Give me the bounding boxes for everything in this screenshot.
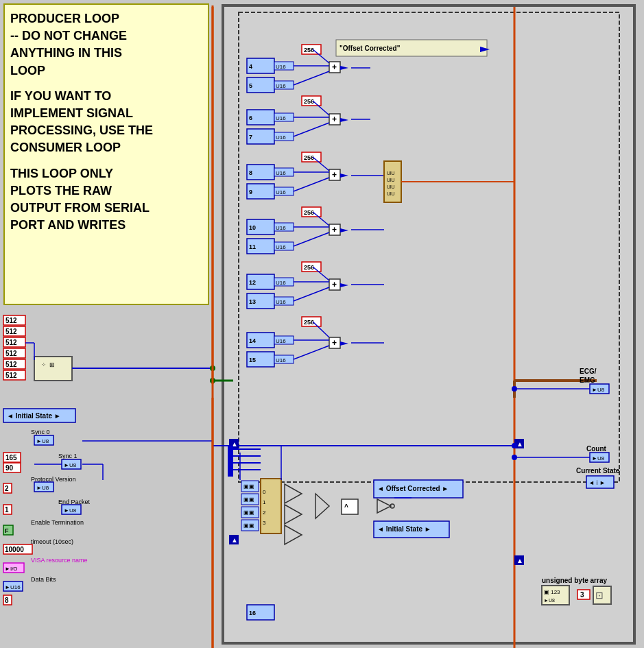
- svg-rect-51: [329, 169, 340, 180]
- svg-rect-87: [274, 297, 294, 305]
- svg-rect-30: [274, 132, 294, 141]
- comment-line11: THIS LOOP ONLY: [10, 165, 202, 182]
- svg-text:2: 2: [263, 509, 266, 516]
- svg-rect-187: [3, 525, 13, 535]
- comment-line6: IF YOU WANT TO: [10, 88, 202, 105]
- svg-text:5: 5: [249, 82, 252, 89]
- svg-text:11: 11: [249, 243, 256, 250]
- comment-line3: ANYTHING IN THIS: [10, 45, 202, 62]
- svg-text:512: 512: [5, 372, 17, 379]
- comment-box: PRODUCER LOOP -- DO NOT CHANGE ANYTHING …: [3, 3, 209, 305]
- svg-text:8: 8: [5, 597, 9, 604]
- svg-text:512: 512: [5, 361, 17, 368]
- svg-text:16: 16: [249, 610, 256, 616]
- svg-text:Current State: Current State: [576, 467, 620, 475]
- svg-text:U16: U16: [276, 64, 286, 70]
- svg-marker-19: [340, 66, 348, 70]
- svg-rect-58: [384, 161, 401, 202]
- svg-text:▣▣: ▣▣: [243, 523, 254, 529]
- svg-text:UlU: UlU: [387, 178, 395, 182]
- svg-text:+: +: [332, 62, 337, 72]
- svg-rect-154: [3, 337, 25, 347]
- comment-line13: OUTPUT FROM SERIAL: [10, 200, 202, 217]
- svg-rect-43: [274, 168, 294, 176]
- svg-text:U16: U16: [276, 83, 286, 89]
- svg-text:+: +: [332, 280, 337, 289]
- svg-line-38: [294, 123, 329, 136]
- svg-text:VISA resource name: VISA resource name: [31, 557, 88, 564]
- svg-text:EMG: EMG: [580, 376, 595, 384]
- svg-rect-164: [3, 409, 75, 422]
- svg-text:⁘: ⁘: [41, 361, 47, 368]
- svg-rect-177: [34, 482, 53, 492]
- svg-text:U16: U16: [276, 115, 286, 121]
- svg-line-95: [294, 287, 329, 301]
- svg-marker-76: [340, 228, 348, 232]
- svg-rect-184: [3, 505, 12, 514]
- svg-rect-141: [374, 521, 449, 538]
- comment-line2: -- DO NOT CHANGE: [10, 27, 202, 45]
- svg-marker-133: [285, 525, 302, 544]
- svg-text:U16: U16: [276, 338, 286, 344]
- svg-rect-179: [3, 483, 12, 493]
- svg-marker-132: [285, 505, 302, 524]
- svg-text:UlU: UlU: [387, 184, 395, 189]
- svg-text:U16: U16: [276, 357, 286, 363]
- svg-text:unsigned byte array: unsigned byte array: [542, 577, 607, 584]
- comment-line8: PROCESSING, USE THE: [10, 122, 202, 139]
- svg-rect-9: [274, 62, 294, 70]
- svg-rect-158: [3, 359, 25, 369]
- svg-rect-68: [247, 239, 274, 254]
- svg-line-96: [313, 267, 329, 280]
- svg-rect-83: [274, 278, 294, 286]
- svg-rect-24: [247, 110, 274, 125]
- svg-rect-72: [302, 207, 321, 217]
- svg-text:▣▣: ▣▣: [243, 483, 254, 490]
- svg-text:256: 256: [304, 319, 314, 326]
- svg-rect-64: [247, 219, 274, 235]
- svg-rect-45: [247, 184, 274, 199]
- svg-text:▣▣: ▣▣: [243, 496, 254, 503]
- svg-marker-131: [285, 484, 302, 503]
- svg-text:►U8: ►U8: [36, 485, 49, 491]
- svg-text:Data Bits: Data Bits: [31, 576, 56, 583]
- svg-rect-210: [586, 476, 614, 488]
- svg-rect-202: [590, 384, 609, 394]
- svg-text:End Packet: End Packet: [58, 499, 91, 505]
- svg-rect-198: [3, 595, 12, 605]
- svg-text:F: F: [5, 527, 9, 534]
- svg-text:90: 90: [5, 464, 14, 472]
- svg-point-138: [390, 504, 394, 508]
- svg-text:U16: U16: [276, 189, 286, 195]
- svg-rect-182: [62, 505, 81, 514]
- svg-point-233: [512, 455, 517, 460]
- svg-text:►U8: ►U8: [64, 462, 77, 468]
- svg-text:4: 4: [249, 63, 252, 70]
- svg-text:512: 512: [5, 317, 17, 324]
- svg-marker-134: [315, 494, 329, 518]
- svg-rect-34: [329, 114, 340, 125]
- main-canvas: PRODUCER LOOP -- DO NOT CHANGE ANYTHING …: [0, 0, 644, 648]
- svg-rect-13: [274, 81, 294, 89]
- svg-text:165: 165: [5, 454, 17, 461]
- svg-text:▲: ▲: [516, 440, 523, 448]
- svg-text:1: 1: [5, 506, 9, 514]
- svg-marker-117: [480, 47, 490, 52]
- svg-rect-212: [514, 439, 524, 448]
- svg-rect-224: [577, 590, 590, 599]
- svg-rect-91: [329, 279, 340, 290]
- svg-rect-26: [274, 113, 294, 121]
- svg-text:512: 512: [5, 328, 17, 335]
- svg-rect-15: [302, 45, 321, 54]
- svg-text:+: +: [332, 115, 337, 124]
- svg-text:8: 8: [249, 169, 252, 176]
- svg-text:►U8: ►U8: [592, 387, 605, 393]
- svg-text:Count: Count: [586, 445, 607, 453]
- svg-text:Sync 1: Sync 1: [58, 453, 77, 459]
- svg-rect-196: [3, 581, 23, 591]
- svg-rect-234: [247, 605, 274, 620]
- svg-text:U16: U16: [276, 225, 286, 231]
- svg-rect-216: [229, 439, 239, 448]
- svg-text:7: 7: [249, 134, 252, 141]
- svg-text:15: 15: [249, 357, 256, 363]
